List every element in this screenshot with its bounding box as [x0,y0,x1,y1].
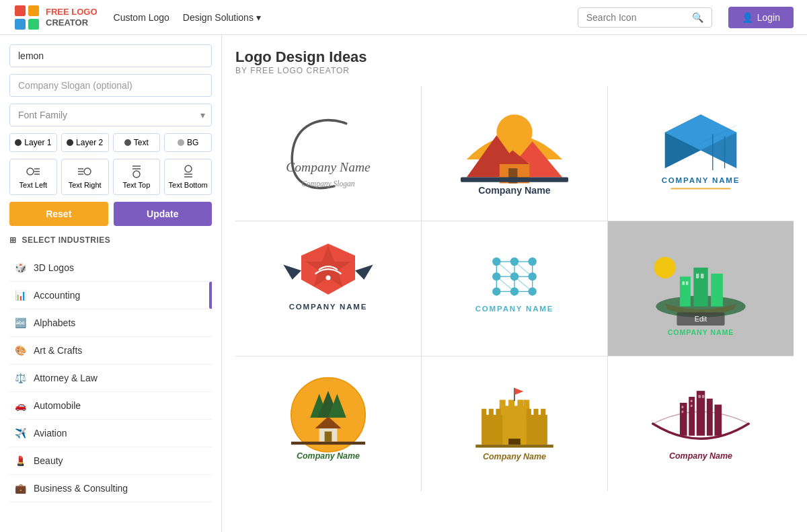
svg-point-13 [133,171,140,178]
industry-item-attorney-law[interactable]: ⚖️ Attorney & Law [9,365,212,392]
layer2-color-dot [67,139,73,146]
logo-card-8[interactable]: Company Name [422,356,607,491]
page-title: Logo Design Ideas [235,48,794,66]
logo-grid: Company Name Company Slogan [235,86,794,491]
svg-rect-107 [680,403,687,436]
svg-rect-96 [489,409,494,417]
svg-point-5 [27,168,34,175]
site-logo[interactable]: FREE LOGO CREATOR [13,4,98,31]
industry-item-aviation[interactable]: ✈️ Aviation [9,420,212,447]
svg-point-40 [325,275,330,280]
industry-item-art-crafts[interactable]: 🎨 Art & Crafts [9,337,212,365]
svg-rect-86 [325,432,332,442]
content-area: Logo Design Ideas BY FREE LOGO CREATOR C… [222,35,807,532]
chevron-down-icon: ▾ [256,12,261,23]
svg-point-58 [492,258,500,266]
text-top-icon [128,165,145,178]
nav-design-solutions[interactable]: Design Solutions ▾ [183,12,261,23]
text-bottom-btn[interactable]: Text Bottom [164,159,212,195]
search-bar[interactable]: 🔍 [578,7,712,28]
skyline-logo-svg: Company Name [621,370,780,478]
nav-custom-logo[interactable]: Custom Logo [114,12,169,23]
layer1-color-btn[interactable]: Layer 1 [9,133,57,152]
svg-point-65 [510,287,518,295]
active-indicator [209,282,212,309]
text-color-btn[interactable]: Text [113,133,161,152]
industry-item-automobile[interactable]: 🚗 Automobile [9,392,212,420]
alphabets-icon: 🔤 [13,316,27,330]
reset-button[interactable]: Reset [9,202,108,226]
svg-point-60 [528,258,536,266]
search-input[interactable] [586,12,687,23]
industry-item-3d-logos[interactable]: 🎲 3D Logos [9,254,212,282]
aviation-icon: ✈️ [13,426,27,440]
industry-list: 🎲 3D Logos 📊 Accounting 🔤 Alphabets 🎨 Ar… [9,254,212,502]
industry-item-beauty[interactable]: 💄 Beauty [9,447,212,475]
svg-text:Company Name: Company Name [669,451,732,461]
sidebar: Font Family Layer 1 Layer 2 Text BG [0,35,222,532]
text-top-btn[interactable]: Text Top [113,159,161,195]
svg-point-72 [654,257,676,278]
svg-text:COMPANY NAME: COMPANY NAME [668,328,734,336]
header: FREE LOGO CREATOR Custom Logo Design Sol… [0,0,807,35]
svg-rect-73 [682,281,685,284]
layer2-color-btn[interactable]: Layer 2 [61,133,109,152]
forest-logo-svg: Company Name [249,370,408,478]
attorney-law-icon: ⚖️ [13,371,27,385]
text-align-row: Text Left Text Right Text Top [9,159,212,195]
logo-card-9[interactable]: Company Name [608,356,794,491]
company-slogan-input[interactable] [9,74,212,97]
svg-rect-1 [28,5,39,16]
cursive-logo-svg: Company Name Company Slogan [249,100,408,207]
main-nav: Custom Logo Design Solutions ▾ [114,12,562,23]
svg-rect-70 [693,268,707,307]
svg-rect-114 [691,400,693,402]
font-family-wrapper: Font Family [9,104,212,126]
svg-rect-74 [686,281,689,284]
beauty-icon: 💄 [13,454,27,467]
svg-rect-37 [671,188,731,190]
svg-point-63 [528,272,536,280]
svg-rect-87 [291,442,365,445]
building-logo-svg: COMPANY NAME [621,100,780,207]
logo-card-3[interactable]: COMPANY NAME [608,86,794,221]
svg-rect-110 [707,399,713,436]
logo-card-1[interactable]: Company Name Company Slogan [235,86,421,221]
logo-card-7[interactable]: Company Name [235,356,421,491]
svg-text:Edit: Edit [695,315,707,323]
automobile-icon: 🚗 [13,399,27,412]
business-consulting-icon: 💼 [13,482,27,495]
svg-rect-102 [508,439,521,445]
svg-rect-69 [680,276,691,306]
text-right-icon [77,165,93,178]
svg-rect-0 [15,5,26,16]
update-button[interactable]: Update [114,202,213,226]
svg-rect-105 [475,445,553,447]
svg-rect-92 [517,400,523,408]
text-left-btn[interactable]: Text Left [9,159,57,195]
svg-rect-112 [682,406,684,408]
font-family-select[interactable]: Font Family [9,104,212,126]
login-button[interactable]: 👤 Login [728,7,794,28]
logo-card-6[interactable]: Edit COMPANY NAME [608,221,794,356]
text-color-dot [124,139,131,146]
bg-color-btn[interactable]: BG [164,133,212,152]
svg-point-16 [185,165,192,172]
art-crafts-icon: 🎨 [13,344,27,357]
text-left-icon [25,165,41,178]
svg-rect-100 [533,409,538,417]
industry-item-business-consulting[interactable]: 💼 Business & Consulting [9,475,212,502]
svg-rect-71 [711,274,723,307]
industry-item-alphabets[interactable]: 🔤 Alphabets [9,309,212,337]
svg-point-61 [492,272,500,280]
text-right-btn[interactable]: Text Right [61,159,109,195]
layer1-color-dot [15,139,22,146]
logo-card-5[interactable]: COMPANY NAME [422,221,607,356]
company-name-input[interactable] [9,44,212,67]
industry-item-accounting[interactable]: 📊 Accounting [9,282,212,309]
user-icon: 👤 [742,12,753,23]
svg-rect-115 [691,405,693,408]
logo-card-2[interactable]: Company Name [422,86,607,221]
logo-card-4[interactable]: COMPANY NAME [235,221,421,356]
svg-rect-2 [15,19,26,30]
